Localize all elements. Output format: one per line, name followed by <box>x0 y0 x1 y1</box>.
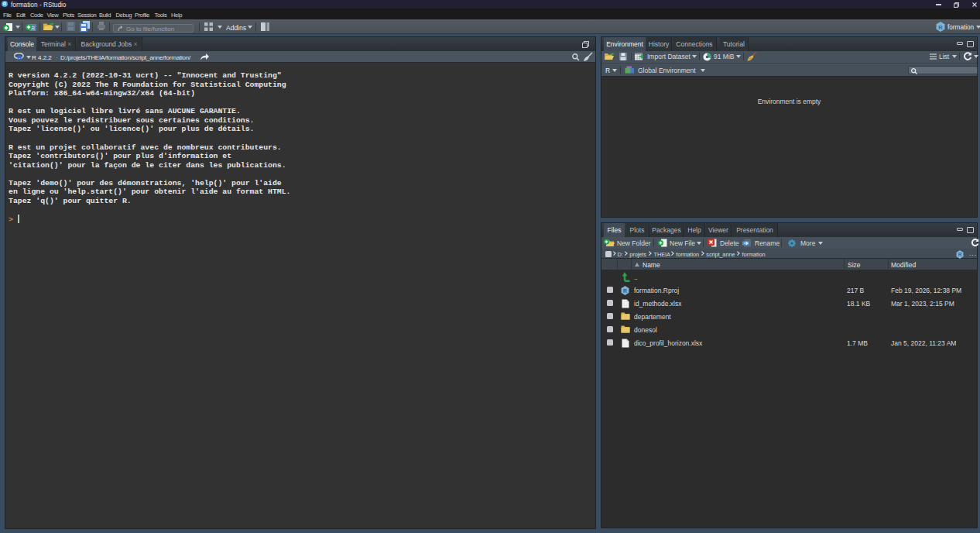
svg-text:R: R <box>623 288 627 294</box>
svg-text:R: R <box>938 24 943 31</box>
svg-text:R: R <box>958 252 962 257</box>
svg-text:R: R <box>17 53 22 62</box>
